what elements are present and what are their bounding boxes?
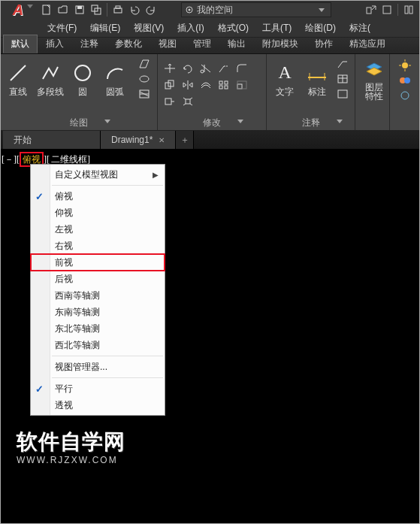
panel-annotate: A 文字 标注 注释 <box>267 54 355 130</box>
app-menu-button[interactable]: A <box>0 0 36 20</box>
svg-rect-5 <box>114 8 122 13</box>
share-icon[interactable] <box>364 3 378 17</box>
ribbon-tab-view[interactable]: 视图 <box>150 35 185 53</box>
svg-rect-24 <box>237 84 242 89</box>
panel-title-draw[interactable]: 绘图 <box>5 115 153 130</box>
saveas-icon[interactable] <box>89 2 104 17</box>
extend-icon[interactable] <box>216 62 231 75</box>
ribbon-tab-output[interactable]: 输出 <box>219 35 254 53</box>
close-tab-icon[interactable]: ✕ <box>159 136 165 144</box>
svg-point-15 <box>140 76 149 82</box>
ribbon-tab-default[interactable]: 默认 <box>3 35 38 53</box>
sun-icon[interactable] <box>397 59 412 72</box>
more-icon[interactable] <box>397 89 412 102</box>
undo-icon[interactable] <box>127 2 142 17</box>
rect-icon[interactable] <box>136 57 153 71</box>
circle-button[interactable]: 圆 <box>69 60 97 98</box>
ctx-view-bottom[interactable]: 仰视 <box>31 204 165 221</box>
watermark: 软件自学网 WWW.RJZXW.COM <box>17 428 125 465</box>
svg-rect-26 <box>165 98 171 104</box>
layer-props-button[interactable]: 图层 特性 <box>360 57 388 101</box>
panel-modify: 修改 <box>158 54 267 130</box>
color-icon[interactable] <box>397 74 412 87</box>
save-icon[interactable] <box>72 2 87 17</box>
svg-rect-2 <box>77 6 82 9</box>
gear-icon <box>185 5 194 14</box>
scale-icon[interactable] <box>234 78 249 92</box>
panel-title-modify[interactable]: 修改 <box>162 115 261 130</box>
svg-point-8 <box>189 9 191 11</box>
view-context-menu: 自定义模型视图 ▶ ✓俯视 仰视 左视 右视 前视 后视 西南等轴测 东南等轴测… <box>30 164 165 416</box>
ribbon-tab-express[interactable]: 精选应用 <box>341 35 394 53</box>
fillet-icon[interactable] <box>234 62 249 75</box>
app-menu-caret-icon <box>27 3 33 9</box>
workspace-selector[interactable]: 我的空间 <box>181 2 331 17</box>
line-icon <box>8 62 29 84</box>
doc-tabs: 开始 Drawing1*✕ ＋ <box>0 131 420 149</box>
panel-title-anno[interactable]: 注释 <box>271 115 350 130</box>
new-tab-button[interactable]: ＋ <box>176 131 194 149</box>
svg-rect-20 <box>219 81 222 84</box>
ctx-view-front[interactable]: 前视 <box>31 254 165 271</box>
ribbon-tab-insert[interactable]: 插入 <box>38 35 72 53</box>
open-icon[interactable] <box>56 2 71 17</box>
svg-rect-9 <box>367 8 371 14</box>
leader-icon[interactable] <box>335 57 350 71</box>
ctx-view-nw-iso[interactable]: 西北等轴测 <box>31 337 165 353</box>
table-icon[interactable] <box>335 72 350 86</box>
text-button[interactable]: A 文字 <box>271 60 299 98</box>
ctx-proj-parallel[interactable]: ✓平行 <box>31 380 165 397</box>
arc-button[interactable]: 圆弧 <box>101 60 128 98</box>
svg-point-17 <box>201 70 204 73</box>
panel-layer: 图层 特性 <box>355 54 390 130</box>
cloud-icon[interactable] <box>380 3 394 17</box>
ribbon-tab-addin[interactable]: 附加模块 <box>254 35 307 53</box>
app-logo-icon: A <box>13 2 23 19</box>
ctx-view-manager[interactable]: 视图管理器... <box>31 359 165 375</box>
copy-icon[interactable] <box>162 78 177 92</box>
svg-rect-22 <box>219 86 222 89</box>
mirror-icon[interactable] <box>180 78 195 92</box>
doc-tab-drawing1[interactable]: Drawing1*✕ <box>101 131 176 149</box>
dim-button[interactable]: 标注 <box>304 60 331 98</box>
title-right-tools <box>364 3 420 17</box>
ribbon-tab-collab[interactable]: 协作 <box>307 35 341 53</box>
ctx-view-ne-iso[interactable]: 东北等轴测 <box>31 320 165 337</box>
new-icon[interactable] <box>39 2 54 17</box>
arc-icon <box>104 62 125 84</box>
ctx-view-sw-iso[interactable]: 西南等轴测 <box>31 287 165 304</box>
line-button[interactable]: 直线 <box>5 60 32 98</box>
ellipse-icon[interactable] <box>136 72 153 86</box>
move-icon[interactable] <box>162 62 177 75</box>
svg-point-14 <box>75 65 90 80</box>
panel-draw: 直线 多段线 圆 圆弧 绘图 <box>0 54 158 130</box>
ctx-custom-views[interactable]: 自定义模型视图 ▶ <box>31 166 165 183</box>
doc-tab-start[interactable]: 开始 <box>3 131 101 149</box>
stretch-icon[interactable] <box>162 95 177 108</box>
rotate-icon[interactable] <box>180 62 195 75</box>
plot-icon[interactable] <box>110 2 125 17</box>
help-icon[interactable] <box>402 3 415 17</box>
svg-point-39 <box>404 77 410 83</box>
check-icon: ✓ <box>35 383 44 395</box>
offset-icon[interactable] <box>198 78 213 92</box>
redo-icon[interactable] <box>144 2 159 17</box>
ribbon-tab-annotate[interactable]: 注释 <box>72 35 107 53</box>
ctx-view-top[interactable]: ✓俯视 <box>31 188 165 204</box>
polyline-button[interactable]: 多段线 <box>37 60 65 98</box>
svg-point-33 <box>402 62 408 68</box>
array-icon[interactable] <box>216 78 231 92</box>
ribbon-body: 直线 多段线 圆 圆弧 绘图 <box>0 54 420 131</box>
ctx-proj-perspective[interactable]: 透视 <box>31 397 165 413</box>
cloud-rev-icon[interactable] <box>335 87 350 101</box>
hatch-icon[interactable] <box>136 87 153 101</box>
ctx-view-se-iso[interactable]: 东南等轴测 <box>31 304 165 320</box>
ribbon-tab-param[interactable]: 参数化 <box>107 35 150 53</box>
trim-icon[interactable] <box>198 62 213 75</box>
ctx-view-right[interactable]: 右视 <box>31 238 165 254</box>
ctx-view-back[interactable]: 后视 <box>31 271 165 287</box>
check-icon: ✓ <box>35 191 44 202</box>
ctx-view-left[interactable]: 左视 <box>31 221 165 238</box>
ribbon-tab-manage[interactable]: 管理 <box>185 35 219 53</box>
explode-icon[interactable] <box>180 95 195 108</box>
